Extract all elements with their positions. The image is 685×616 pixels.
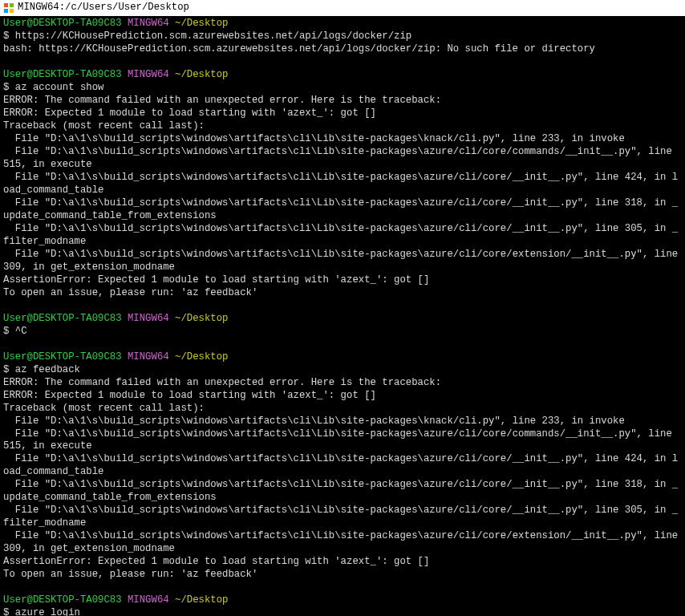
- blank-line: [3, 338, 682, 351]
- prompt-line: User@DESKTOP-TA09C83 MINGW64 ~/Desktop: [3, 69, 682, 82]
- command-line: $ https://KCHousePrediction.scm.azureweb…: [3, 30, 682, 43]
- output-line: ERROR: Expected 1 module to load startin…: [3, 390, 682, 403]
- output-line: To open an issue, please run: 'az feedba…: [3, 287, 682, 300]
- user-host: User@DESKTOP-TA09C83: [3, 18, 122, 29]
- output-line: File "D:\a\1\s\build_scripts\windows\art…: [3, 197, 682, 223]
- blank-line: [3, 582, 682, 594]
- output-line: ERROR: Expected 1 module to load startin…: [3, 107, 682, 120]
- svg-rect-3: [10, 9, 14, 13]
- output-line: File "D:\a\1\s\build_scripts\windows\art…: [3, 223, 682, 249]
- blank-line: [3, 56, 682, 69]
- output-line: File "D:\a\1\s\build_scripts\windows\art…: [3, 479, 682, 505]
- output-line: AssertionError: Expected 1 module to loa…: [3, 556, 682, 569]
- prompt-line: User@DESKTOP-TA09C83 MINGW64 ~/Desktop: [3, 351, 682, 364]
- output-line: bash: https://KCHousePrediction.scm.azur…: [3, 43, 682, 56]
- output-line: AssertionError: Expected 1 module to loa…: [3, 274, 682, 287]
- prompt-line: User@DESKTOP-TA09C83 MINGW64 ~/Desktop: [3, 313, 682, 326]
- blank-line: [3, 300, 682, 313]
- output-line: File "D:\a\1\s\build_scripts\windows\art…: [3, 415, 682, 428]
- shell-name: MINGW64: [128, 18, 169, 29]
- output-line: File "D:\a\1\s\build_scripts\windows\art…: [3, 530, 682, 556]
- svg-rect-2: [4, 9, 8, 13]
- output-line: File "D:\a\1\s\build_scripts\windows\art…: [3, 146, 682, 172]
- command-line: $ az account show: [3, 82, 682, 95]
- prompt-line: User@DESKTOP-TA09C83 MINGW64 ~/Desktop: [3, 18, 682, 30]
- svg-rect-1: [10, 3, 14, 7]
- mingw-icon: [3, 2, 14, 14]
- command-line: $ ^C: [3, 326, 682, 338]
- window-title: MINGW64:/c/Users/User/Desktop: [18, 2, 189, 14]
- output-line: To open an issue, please run: 'az feedba…: [3, 569, 682, 582]
- output-line: Traceback (most recent call last):: [3, 403, 682, 415]
- output-line: File "D:\a\1\s\build_scripts\windows\art…: [3, 505, 682, 530]
- output-line: Traceback (most recent call last):: [3, 120, 682, 133]
- output-line: File "D:\a\1\s\build_scripts\windows\art…: [3, 133, 682, 146]
- terminal-area[interactable]: User@DESKTOP-TA09C83 MINGW64 ~/Desktop $…: [0, 16, 685, 616]
- prompt-line: User@DESKTOP-TA09C83 MINGW64 ~/Desktop: [3, 594, 682, 607]
- output-line: File "D:\a\1\s\build_scripts\windows\art…: [3, 453, 682, 479]
- output-line: File "D:\a\1\s\build_scripts\windows\art…: [3, 172, 682, 197]
- output-line: File "D:\a\1\s\build_scripts\windows\art…: [3, 249, 682, 274]
- output-line: File "D:\a\1\s\build_scripts\windows\art…: [3, 428, 682, 454]
- output-line: ERROR: The command failed with an unexpe…: [3, 377, 682, 390]
- command-line: $ azure login: [3, 607, 682, 616]
- command-line: $ az feedback: [3, 364, 682, 377]
- svg-rect-0: [4, 3, 8, 7]
- window-titlebar: MINGW64:/c/Users/User/Desktop: [0, 0, 685, 16]
- output-line: ERROR: The command failed with an unexpe…: [3, 95, 682, 107]
- cwd: ~/Desktop: [175, 18, 228, 29]
